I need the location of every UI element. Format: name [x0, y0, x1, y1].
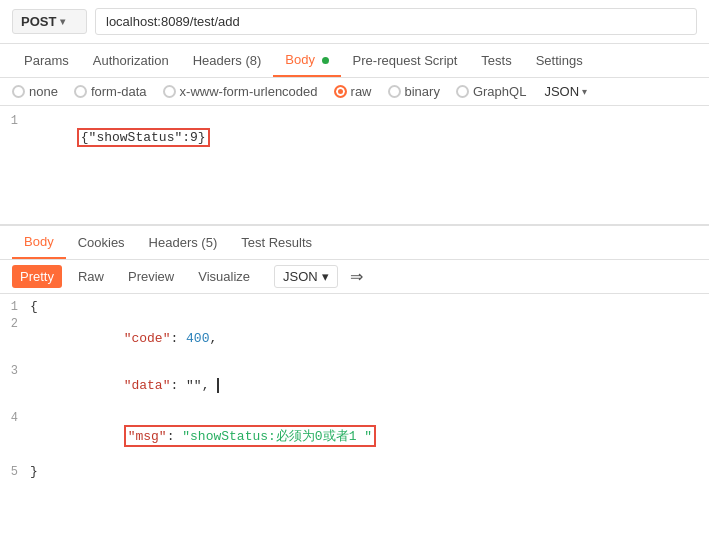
resp-tab-preview[interactable]: Preview — [120, 265, 182, 288]
resp-line-5: 5 } — [0, 463, 709, 480]
radio-graphql[interactable]: GraphQL — [456, 84, 526, 99]
request-tab-bar: Params Authorization Headers (8) Body Pr… — [0, 44, 709, 78]
resp-line-3: 3 "data": "", — [0, 362, 709, 409]
radio-binary[interactable]: binary — [388, 84, 440, 99]
method-select[interactable]: POST ▾ — [12, 9, 87, 34]
request-body-highlight: {"showStatus":9} — [77, 128, 210, 147]
method-label: POST — [21, 14, 56, 29]
request-code-editor[interactable]: 1 {"showStatus":9} — [0, 106, 709, 226]
response-tab-test-results[interactable]: Test Results — [229, 227, 324, 258]
response-tab-body[interactable]: Body — [12, 226, 66, 259]
tab-authorization[interactable]: Authorization — [81, 45, 181, 76]
method-arrow: ▾ — [60, 16, 65, 27]
resp-line-1: 1 { — [0, 298, 709, 315]
response-code: 1 { 2 "code": 400, 3 "data": "", 4 "msg"… — [0, 294, 709, 484]
tab-params[interactable]: Params — [12, 45, 81, 76]
radio-graphql-circle — [456, 85, 469, 98]
resp-tab-visualize[interactable]: Visualize — [190, 265, 258, 288]
radio-none[interactable]: none — [12, 84, 58, 99]
radio-raw-circle — [334, 85, 347, 98]
body-dot-indicator — [322, 57, 329, 64]
radio-bar: none form-data x-www-form-urlencoded raw… — [0, 78, 709, 106]
tab-settings[interactable]: Settings — [524, 45, 595, 76]
radio-form-data-circle — [74, 85, 87, 98]
radio-form-data[interactable]: form-data — [74, 84, 147, 99]
json-format-dropdown[interactable]: JSON ▾ — [544, 84, 587, 99]
wrap-icon[interactable]: ⇒ — [350, 267, 363, 286]
response-section: Body Cookies Headers (5) Test Results Pr… — [0, 226, 709, 484]
tab-headers[interactable]: Headers (8) — [181, 45, 274, 76]
tab-pre-request-script[interactable]: Pre-request Script — [341, 45, 470, 76]
resp-line-4: 4 "msg": "showStatus:必须为0或者1 " — [0, 409, 709, 463]
response-toolbar: Pretty Raw Preview Visualize JSON ▾ ⇒ — [0, 260, 709, 294]
response-format-arrow: ▾ — [322, 269, 329, 284]
response-tab-bar: Body Cookies Headers (5) Test Results — [0, 226, 709, 260]
tab-tests[interactable]: Tests — [469, 45, 523, 76]
resp-line-2: 2 "code": 400, — [0, 315, 709, 362]
radio-binary-circle — [388, 85, 401, 98]
url-input[interactable] — [95, 8, 697, 35]
url-bar: POST ▾ — [0, 0, 709, 44]
resp-tab-raw[interactable]: Raw — [70, 265, 112, 288]
radio-none-circle — [12, 85, 25, 98]
tab-body[interactable]: Body — [273, 44, 340, 77]
json-arrow: ▾ — [582, 86, 587, 97]
code-line-1: 1 {"showStatus":9} — [0, 112, 709, 163]
resp-tab-pretty[interactable]: Pretty — [12, 265, 62, 288]
response-tab-cookies[interactable]: Cookies — [66, 227, 137, 258]
radio-urlencoded-circle — [163, 85, 176, 98]
radio-raw[interactable]: raw — [334, 84, 372, 99]
response-tab-headers[interactable]: Headers (5) — [137, 227, 230, 258]
radio-urlencoded[interactable]: x-www-form-urlencoded — [163, 84, 318, 99]
response-format-dropdown[interactable]: JSON ▾ — [274, 265, 338, 288]
